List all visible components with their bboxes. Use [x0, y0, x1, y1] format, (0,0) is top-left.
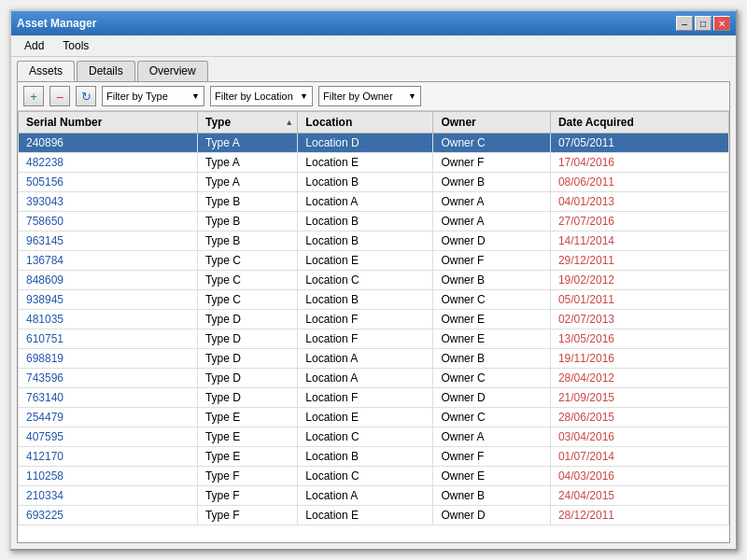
table-row[interactable]: 743596Type DLocation AOwner C28/04/2012: [19, 369, 729, 388]
cell-location: Location A: [298, 349, 433, 369]
cell-owner: Owner A: [433, 427, 551, 447]
serial-number[interactable]: 110258: [26, 469, 63, 483]
title-bar: Asset Manager – □ ✕: [11, 11, 736, 35]
serial-number[interactable]: 763140: [26, 391, 63, 404]
window-controls: – □ ✕: [676, 16, 730, 31]
col-location[interactable]: Location: [298, 112, 433, 133]
cell-location: Location F: [298, 329, 433, 349]
cell-owner: Owner B: [433, 349, 551, 369]
table-header-row: Serial Number Type ▲ Location Owner: [19, 112, 729, 133]
tab-assets[interactable]: Assets: [17, 61, 75, 81]
assets-table: Serial Number Type ▲ Location Owner: [18, 111, 729, 525]
table-row[interactable]: 763140Type DLocation FOwner D21/09/2015: [19, 388, 729, 408]
col-serial[interactable]: Serial Number: [19, 112, 198, 133]
serial-number[interactable]: 963145: [26, 234, 63, 247]
cell-type: Type D: [197, 369, 297, 388]
serial-number[interactable]: 610751: [26, 332, 63, 345]
serial-number[interactable]: 693225: [26, 509, 63, 522]
minimize-button[interactable]: –: [676, 16, 693, 31]
cell-date: 28/06/2015: [550, 408, 728, 427]
serial-number[interactable]: 240896: [26, 136, 63, 149]
table-wrapper[interactable]: Serial Number Type ▲ Location Owner: [18, 111, 729, 542]
col-owner[interactable]: Owner: [433, 112, 551, 133]
tab-bar: Assets Details Overview: [11, 57, 736, 81]
filter-owner-arrow: ▼: [408, 91, 416, 101]
table-row[interactable]: 210334Type FLocation AOwner B24/04/2015: [19, 486, 729, 506]
sort-arrow-type: ▲: [285, 118, 293, 127]
cell-type: Type E: [197, 447, 297, 467]
table-row[interactable]: 393043Type BLocation AOwner A04/01/2013: [19, 192, 729, 212]
cell-date: 05/01/2011: [550, 290, 728, 310]
table-row[interactable]: 482238Type ALocation EOwner F17/04/2016: [19, 153, 729, 173]
table-row[interactable]: 610751Type DLocation FOwner E13/05/2016: [19, 329, 729, 349]
table-row[interactable]: 254479Type ELocation EOwner C28/06/2015: [19, 408, 729, 427]
serial-number[interactable]: 393043: [26, 195, 63, 208]
filter-location-select[interactable]: Filter by Location ▼: [210, 86, 313, 106]
cell-type: Type D: [197, 329, 297, 349]
cell-owner: Owner E: [433, 467, 551, 486]
cell-owner: Owner C: [433, 290, 551, 310]
table-row[interactable]: 110258Type FLocation COwner E04/03/2016: [19, 467, 729, 486]
cell-location: Location F: [298, 388, 433, 408]
serial-number[interactable]: 210334: [26, 489, 63, 502]
table-row[interactable]: 938945Type CLocation BOwner C05/01/2011: [19, 290, 729, 310]
serial-number[interactable]: 758650: [26, 215, 63, 228]
cell-type: Type A: [197, 153, 297, 173]
cell-type: Type E: [197, 427, 297, 447]
toolbar: + – ↻ Filter by Type ▼ Filter by Locatio…: [18, 82, 729, 111]
cell-location: Location D: [298, 133, 433, 153]
filter-type-select[interactable]: Filter by Type ▼: [102, 86, 204, 106]
refresh-button[interactable]: ↻: [76, 86, 96, 106]
table-row[interactable]: 481035Type DLocation FOwner E02/07/2013: [19, 310, 729, 329]
cell-date: 17/04/2016: [550, 153, 728, 173]
cell-date: 14/11/2014: [550, 231, 728, 251]
serial-number[interactable]: 482238: [26, 156, 63, 169]
serial-number[interactable]: 136784: [26, 254, 63, 267]
serial-number[interactable]: 698819: [26, 352, 63, 365]
tab-details[interactable]: Details: [77, 61, 135, 81]
serial-number[interactable]: 481035: [26, 313, 63, 326]
table-row[interactable]: 136784Type CLocation EOwner F29/12/2011: [19, 251, 729, 271]
serial-number[interactable]: 407595: [26, 430, 63, 443]
serial-number[interactable]: 254479: [26, 411, 63, 424]
window-title: Asset Manager: [17, 17, 96, 30]
filter-location-arrow: ▼: [300, 91, 308, 101]
cell-type: Type A: [197, 173, 297, 192]
table-row[interactable]: 407595Type ELocation COwner A03/04/2016: [19, 427, 729, 447]
col-date[interactable]: Date Acquired: [550, 112, 728, 133]
cell-date: 27/07/2016: [550, 212, 728, 231]
menu-tools[interactable]: Tools: [55, 37, 96, 54]
serial-number[interactable]: 743596: [26, 371, 63, 385]
table-row[interactable]: 848609Type CLocation COwner B19/02/2012: [19, 271, 729, 290]
close-button[interactable]: ✕: [713, 16, 730, 31]
table-row[interactable]: 758650Type BLocation BOwner A27/07/2016: [19, 212, 729, 231]
serial-number[interactable]: 505156: [26, 175, 63, 189]
filter-owner-select[interactable]: Filter by Owner ▼: [318, 86, 421, 106]
cell-date: 29/12/2011: [550, 251, 728, 271]
serial-number[interactable]: 412170: [26, 450, 63, 463]
serial-number[interactable]: 938945: [26, 293, 63, 306]
table-row[interactable]: 693225Type FLocation EOwner D28/12/2011: [19, 506, 729, 525]
table-row[interactable]: 505156Type ALocation BOwner B08/06/2011: [19, 173, 729, 192]
cell-type: Type C: [197, 271, 297, 290]
cell-location: Location C: [298, 271, 433, 290]
table-row[interactable]: 963145Type BLocation BOwner D14/11/2014: [19, 231, 729, 251]
cell-location: Location B: [298, 290, 433, 310]
col-type[interactable]: Type ▲: [197, 112, 297, 133]
cell-date: 07/05/2011: [550, 133, 728, 153]
cell-location: Location B: [298, 212, 433, 231]
cell-date: 19/02/2012: [550, 271, 728, 290]
cell-owner: Owner C: [433, 408, 551, 427]
tab-overview[interactable]: Overview: [137, 61, 208, 81]
table-row[interactable]: 698819Type DLocation AOwner B19/11/2016: [19, 349, 729, 369]
cell-date: 28/12/2011: [550, 506, 728, 525]
add-button[interactable]: +: [23, 86, 44, 106]
cell-date: 02/07/2013: [550, 310, 728, 329]
menu-add[interactable]: Add: [17, 37, 51, 54]
cell-type: Type F: [197, 506, 297, 525]
serial-number[interactable]: 848609: [26, 273, 63, 287]
maximize-button[interactable]: □: [695, 16, 712, 31]
table-row[interactable]: 412170Type ELocation BOwner F01/07/2014: [19, 447, 729, 467]
remove-button[interactable]: –: [49, 86, 70, 106]
table-row[interactable]: 240896Type ALocation DOwner C07/05/2011: [19, 133, 729, 153]
